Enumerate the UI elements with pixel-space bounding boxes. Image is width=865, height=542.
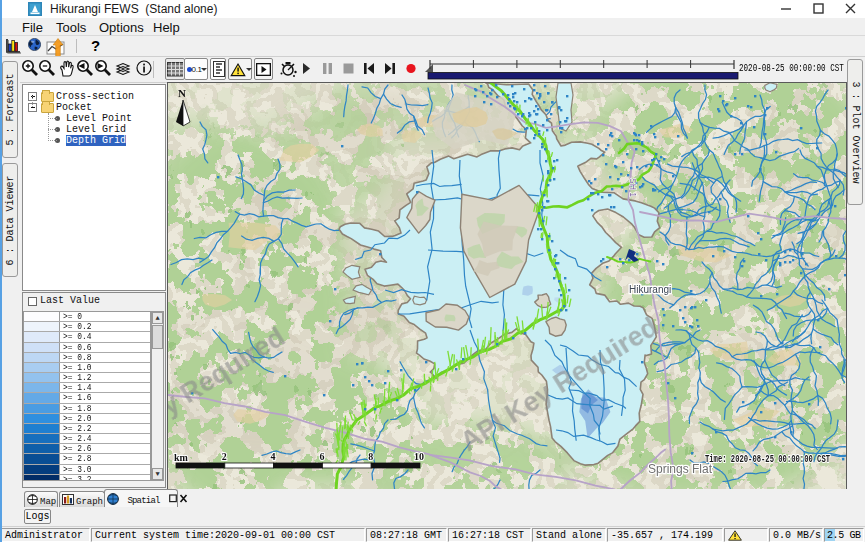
svg-text:Springs Flat: Springs Flat <box>648 462 713 476</box>
svg-text:4: 4 <box>271 451 276 462</box>
svg-text:N: N <box>178 87 186 99</box>
svg-text:8: 8 <box>368 451 373 462</box>
svg-text:Hikurangi: Hikurangi <box>629 284 671 295</box>
svg-text:6: 6 <box>319 451 324 462</box>
svg-text:SH 1: SH 1 <box>628 178 638 197</box>
svg-text:km: km <box>174 452 189 463</box>
svg-text:Time: 2020-08-25 00:00:00 CST: Time: 2020-08-25 00:00:00 CST <box>705 453 830 465</box>
svg-text:2: 2 <box>222 451 227 462</box>
svg-text:10: 10 <box>414 451 424 462</box>
